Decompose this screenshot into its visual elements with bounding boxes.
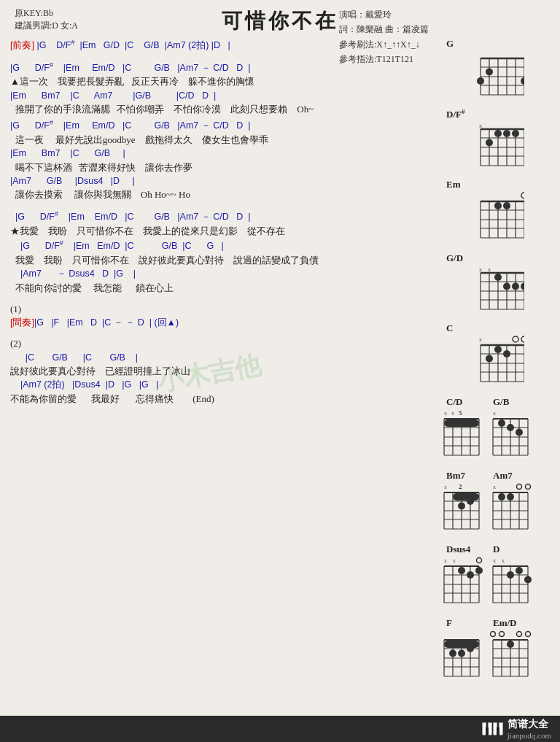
end-chord2: |Am7 (2拍) |Dsus4 |D |G |G |: [10, 379, 435, 392]
chord-G-name: G: [446, 38, 454, 50]
svg-rect-177: [444, 641, 479, 648]
svg-point-27: [494, 130, 502, 137]
v2-chord2: |Em Bm7 |C G/B |: [10, 147, 435, 161]
svg-point-138: [477, 558, 482, 563]
chord-EmD-grid: [487, 630, 534, 685]
svg-point-58: [503, 283, 510, 290]
ch-chord1: |G D/F# |Em Em/D |C G/B |Am7 － C/D D |: [10, 209, 435, 224]
chord-F-grid: [440, 630, 484, 685]
v1-lyric1: ▲這一次 我要把長髮弄亂 反正天再冷 躲不進你的胸懷: [10, 75, 435, 88]
svg-point-120: [467, 498, 474, 505]
chord-D: D x x: [487, 544, 534, 611]
chord-EmD-name: Em/D: [493, 617, 517, 629]
svg-point-12: [486, 69, 493, 76]
piano-icon: [482, 722, 503, 735]
chord-Dsus4-grid: x x: [440, 557, 484, 611]
chord-C-name: C: [446, 322, 453, 334]
svg-point-165: [516, 567, 523, 574]
chord-EmD: Em/D: [487, 617, 534, 685]
svg-point-29: [512, 130, 519, 137]
interlude1-chord: [間奏]|G |F |Em D |C － － D | (回▲): [10, 317, 435, 330]
svg-point-105: [516, 429, 523, 436]
logo-text-block: 简谱大全 jianpudq.com: [508, 718, 551, 740]
svg-point-166: [524, 576, 532, 584]
svg-point-104: [507, 424, 514, 431]
piano-key-b2: [497, 727, 499, 735]
svg-text:x: x: [444, 410, 447, 417]
svg-point-62: [521, 336, 524, 342]
page: 原KEY:Bb 建議男調:D 女:A 可惜你不在 演唱：戴愛玲 詞：陳樂融 曲：…: [0, 0, 560, 742]
chord-G: G: [440, 38, 553, 102]
content-area: [前奏] |G D/F# |Em G/D |C G/B |Am7 (2拍) |D…: [7, 38, 553, 720]
lyricist-info: 詞：陳樂融 曲：篇凌篇: [339, 22, 429, 36]
v1-lyric2: 推開了你的手浪流滿腮 不怕你嘲弄 不怕你冷漠 此刻只想要賴 Oh~: [10, 103, 435, 116]
ch-lyric2: 我愛 我盼 只可惜你不在 說好彼此要真心對待 說過的話變成了負債: [10, 254, 435, 267]
ch-lyric3: 不能向你討的愛 我怎能 鎖在心上: [10, 282, 435, 295]
singer-info: 演唱：戴愛玲: [339, 7, 429, 22]
svg-text:x: x: [444, 484, 447, 490]
chord-F: F: [440, 617, 484, 685]
svg-point-57: [494, 274, 502, 281]
svg-point-151: [475, 567, 483, 574]
svg-point-195: [507, 641, 514, 648]
chorus-block: |G D/F# |Em Em/D |C G/B |Am7 － C/D D | ★…: [10, 209, 435, 294]
svg-point-179: [458, 650, 465, 657]
mark-2: (2): [10, 337, 435, 350]
chord-D-grid: x x: [487, 557, 534, 611]
end-lyric2: 不能為你留的愛 我最好 忘得痛快 (End): [10, 393, 435, 406]
svg-point-103: [498, 420, 505, 427]
chord-Bm7-grid: x 2: [440, 483, 484, 538]
verse1-block: |G D/F# |Em Em/D |C G/B |Am7 － C/D D | ▲…: [10, 61, 435, 117]
svg-point-181: [491, 632, 496, 637]
svg-text:x: x: [493, 484, 496, 490]
ch-chord3: |Am7 － Dsus4 D |G |: [10, 268, 435, 281]
end-lyric1: 說好彼此要真心對待 已經證明撞上了冰山: [10, 365, 435, 378]
ending-block: (2) |C G/B |C G/B | 說好彼此要真心對待 已經證明撞上了冰山 …: [10, 337, 435, 406]
interlude1-block: (1) [間奏]|G |F |Em D |C － － D | (回▲): [10, 303, 435, 330]
chord-CD: C/D x x 5: [440, 396, 484, 464]
v2-chord3: |Am7 G/B |Dsus4 |D |: [10, 175, 435, 188]
original-key: 原KEY:Bb: [15, 7, 78, 20]
svg-text:x: x: [478, 122, 482, 129]
v2-lyric3: 讓你去摸索 讓你與我無關 Oh Ho~~ Ho: [10, 188, 435, 201]
svg-point-43: [503, 202, 510, 209]
header: 原KEY:Bb 建議男調:D 女:A 可惜你不在 演唱：戴愛玲 詞：陳樂融 曲：…: [7, 7, 553, 35]
logo-url: jianpudq.com: [508, 731, 551, 740]
chord-GB-grid: x: [487, 409, 534, 464]
chord-Em: Em: [440, 179, 553, 247]
chord-GB-name: G/B: [493, 396, 509, 408]
svg-point-184: [526, 632, 531, 637]
svg-point-30: [521, 193, 524, 198]
svg-text:x: x: [487, 266, 491, 273]
svg-point-150: [467, 571, 474, 579]
svg-text:x: x: [478, 336, 482, 343]
end-chord1: |C G/B |C G/B |: [10, 352, 435, 365]
lyrics-area: [前奏] |G D/F# |Em G/D |C G/B |Am7 (2拍) |D…: [7, 38, 438, 691]
chord-GD-name: G/D: [446, 252, 463, 264]
chord-Dsus4: Dsus4 x x: [440, 544, 484, 611]
svg-point-75: [486, 355, 493, 363]
svg-text:2: 2: [459, 483, 462, 490]
svg-point-178: [449, 650, 456, 657]
svg-point-76: [494, 346, 502, 353]
svg-point-63: [513, 336, 518, 342]
key-info: 原KEY:Bb 建議男調:D 女:A: [15, 7, 78, 32]
piano-key-b1: [486, 727, 489, 735]
chord-C-grid: x: [470, 336, 524, 390]
svg-rect-91: [444, 420, 479, 427]
svg-point-135: [507, 493, 514, 501]
chord-CD-GB-row: C/D x x 5: [440, 396, 553, 464]
chord-Bm7-Am7-row: Bm7 x 2: [440, 470, 553, 538]
svg-point-77: [503, 350, 510, 358]
suggest-key: 建議男調:D 女:A: [15, 20, 78, 32]
svg-point-11: [477, 77, 484, 85]
svg-point-42: [494, 202, 502, 209]
svg-text:x: x: [478, 266, 482, 273]
chord-Em-grid: [470, 192, 524, 247]
svg-point-149: [458, 567, 465, 574]
chord-C: C x: [440, 322, 553, 390]
chord-Am7: Am7 x: [487, 470, 534, 538]
chord-GD: G/D x x: [440, 252, 553, 317]
svg-point-26: [486, 139, 493, 147]
svg-point-59: [512, 283, 519, 290]
